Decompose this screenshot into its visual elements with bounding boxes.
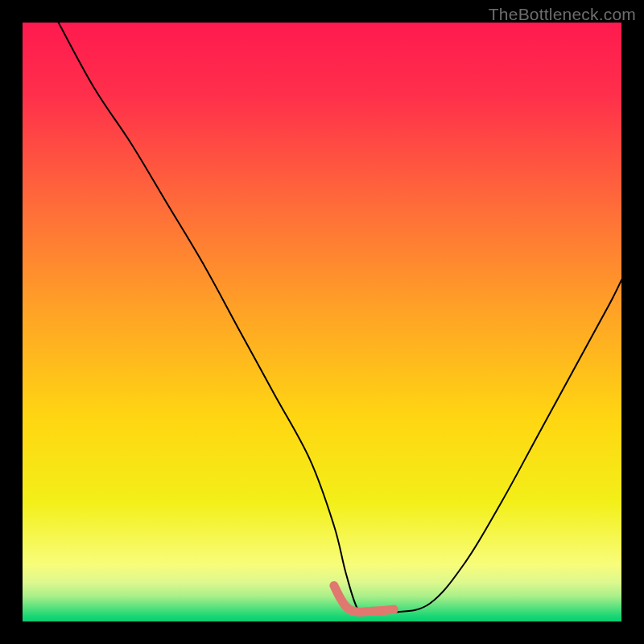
watermark-text: TheBottleneck.com: [489, 5, 636, 24]
chart-svg: [23, 23, 621, 621]
gradient-background: [23, 23, 621, 621]
chart-frame: TheBottleneck.com: [0, 0, 644, 644]
plot-area: [23, 23, 621, 621]
